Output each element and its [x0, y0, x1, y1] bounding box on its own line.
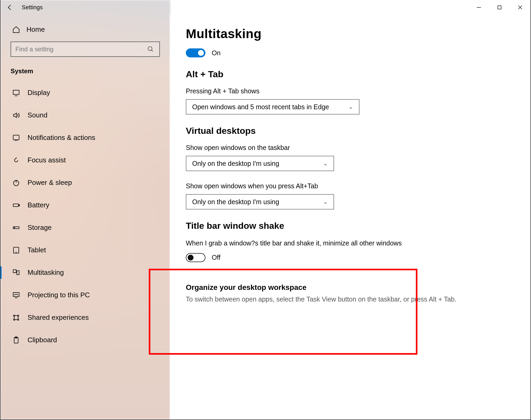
home-nav[interactable]: Home: [11, 23, 160, 42]
sidebar-item-shared-experiences[interactable]: Shared experiences: [11, 309, 160, 326]
annotation-highlight: [149, 269, 417, 355]
shake-description: When I grab a window?s title bar and sha…: [186, 239, 403, 248]
sidebar-item-notifications[interactable]: Notifications & actions: [11, 129, 160, 146]
sound-icon: [12, 111, 21, 119]
clipboard-icon: [12, 336, 21, 344]
sidebar-item-label: Battery: [28, 201, 49, 209]
svg-point-14: [14, 227, 15, 228]
multitasking-master-toggle[interactable]: [186, 48, 205, 57]
sidebar-item-label: Focus assist: [28, 156, 66, 164]
tablet-icon: [12, 246, 21, 254]
projecting-icon: [12, 291, 21, 299]
sidebar-item-label: Sound: [28, 111, 47, 119]
titlebar: Settings: [1, 0, 530, 15]
search-box[interactable]: [11, 42, 160, 57]
search-input[interactable]: [15, 45, 126, 53]
sidebar-item-projecting[interactable]: Projecting to this PC: [11, 287, 160, 303]
svg-rect-18: [17, 271, 19, 275]
chevron-down-icon: ⌄: [323, 199, 328, 205]
vdesktops-alttab-label: Show open windows when you press Alt+Tab: [186, 182, 515, 190]
workspace-sub: To switch between open apps, select the …: [186, 295, 503, 303]
svg-point-23: [17, 319, 19, 320]
chevron-down-icon: ⌄: [323, 160, 328, 167]
sidebar-item-battery[interactable]: Battery: [11, 197, 160, 213]
home-icon: [12, 26, 21, 34]
sidebar-item-label: Projecting to this PC: [28, 291, 90, 299]
svg-point-4: [148, 47, 152, 51]
sidebar-item-storage[interactable]: Storage: [11, 219, 160, 236]
vdesktops-alttab-dropdown[interactable]: Only on the desktop I'm using ⌄: [186, 194, 334, 209]
sidebar-item-label: Notifications & actions: [28, 134, 95, 142]
home-label: Home: [26, 25, 45, 34]
svg-rect-1: [498, 6, 501, 9]
sidebar-item-label: Multitasking: [28, 268, 64, 277]
sidebar: Home System Display Sound Notifications …: [1, 15, 170, 419]
shake-toggle[interactable]: [186, 253, 205, 262]
vdesktops-taskbar-dropdown[interactable]: Only on the desktop I'm using ⌄: [186, 156, 334, 171]
sidebar-item-label: Power & sleep: [28, 179, 72, 187]
storage-icon: [12, 224, 21, 232]
svg-rect-12: [19, 204, 20, 206]
sidebar-item-sound[interactable]: Sound: [11, 107, 160, 124]
sidebar-item-tablet[interactable]: Tablet: [11, 242, 160, 258]
svg-point-20: [14, 315, 15, 316]
shake-heading: Title bar window shake: [186, 221, 515, 231]
focus-assist-icon: [12, 156, 21, 164]
svg-line-5: [151, 50, 153, 51]
chevron-down-icon: ⌄: [349, 104, 353, 110]
svg-point-22: [14, 319, 15, 320]
display-icon: [12, 89, 21, 97]
shared-experiences-icon: [12, 314, 21, 322]
maximize-button[interactable]: [489, 0, 510, 15]
back-button[interactable]: [1, 0, 19, 15]
dropdown-value: Open windows and 5 most recent tabs in E…: [192, 103, 329, 111]
close-button[interactable]: [510, 0, 530, 15]
svg-point-21: [17, 315, 19, 316]
page-title: Multitasking: [186, 26, 515, 41]
multitasking-icon: [12, 269, 21, 277]
sidebar-item-label: Clipboard: [28, 336, 57, 344]
virtual-desktops-heading: Virtual desktops: [186, 126, 515, 136]
search-icon: [147, 46, 154, 53]
sidebar-item-label: Shared experiences: [28, 313, 89, 322]
power-icon: [12, 179, 21, 187]
alttab-heading: Alt + Tab: [186, 69, 515, 79]
dropdown-value: Only on the desktop I'm using: [192, 198, 279, 206]
svg-rect-8: [13, 135, 19, 140]
window-controls: [469, 0, 530, 15]
category-label: System: [11, 67, 160, 75]
svg-rect-11: [13, 204, 19, 207]
app-title: Settings: [19, 4, 43, 11]
content-pane: Multitasking On Alt + Tab Pressing Alt +…: [170, 15, 530, 419]
notifications-icon: [12, 134, 21, 142]
alttab-shows-dropdown[interactable]: Open windows and 5 most recent tabs in E…: [186, 99, 359, 115]
shake-toggle-label: Off: [212, 254, 220, 261]
sidebar-item-label: Storage: [28, 223, 52, 232]
alttab-shows-label: Pressing Alt + Tab shows: [186, 87, 515, 95]
sidebar-item-clipboard[interactable]: Clipboard: [11, 332, 160, 348]
sidebar-item-label: Display: [28, 89, 50, 97]
dropdown-value: Only on the desktop I'm using: [192, 160, 279, 167]
svg-rect-19: [13, 293, 19, 296]
vdesktops-taskbar-label: Show open windows on the taskbar: [186, 144, 515, 152]
sidebar-item-power-sleep[interactable]: Power & sleep: [11, 174, 160, 191]
minimize-button[interactable]: [469, 0, 489, 15]
sidebar-item-multitasking[interactable]: Multitasking: [11, 264, 160, 281]
sidebar-item-display[interactable]: Display: [11, 84, 160, 101]
battery-icon: [12, 201, 21, 209]
svg-rect-6: [13, 90, 19, 94]
multitasking-master-toggle-label: On: [212, 49, 220, 57]
workspace-heading: Organize your desktop workspace: [186, 283, 515, 292]
sidebar-item-label: Tablet: [28, 246, 46, 254]
svg-rect-17: [13, 270, 16, 272]
sidebar-item-focus-assist[interactable]: Focus assist: [11, 152, 160, 168]
